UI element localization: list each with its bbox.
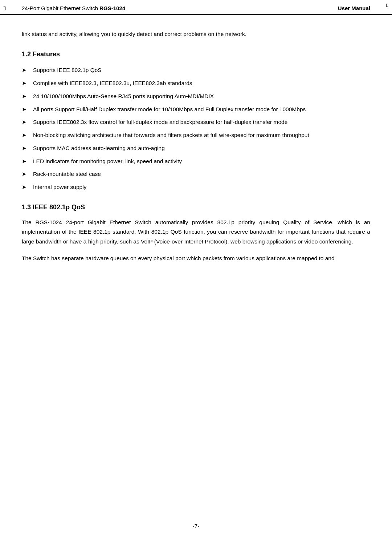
bullet-text-9: Internal power supply — [33, 182, 370, 192]
bullet-item-9: ➤Internal power supply — [22, 182, 370, 192]
bullet-arrow-6: ➤ — [22, 144, 26, 153]
bullet-arrow-1: ➤ — [22, 79, 26, 88]
section-qos-title: 1.3 IEEE 802.1p QoS — [22, 203, 370, 211]
header-bar: 24-Port Gigabit Ethernet Switch RGS-1024… — [0, 0, 392, 15]
header-left: 24-Port Gigabit Ethernet Switch RGS-1024 — [22, 5, 125, 11]
bullet-text-8: Rack-mountable steel case — [33, 169, 370, 179]
bullet-arrow-9: ➤ — [22, 183, 26, 192]
header-left-normal: 24-Port Gigabit Ethernet Switch — [22, 5, 99, 11]
bullet-text-3: All ports Support Full/Half Duplex trans… — [33, 105, 370, 114]
header-product-name: RGS-1024 — [99, 5, 125, 11]
page-number: -7- — [193, 523, 199, 529]
qos-paragraph2: The Switch has separate hardware queues … — [22, 254, 370, 263]
bullet-text-6: Supports MAC address auto-learning and a… — [33, 144, 370, 153]
bullet-item-4: ➤Supports IEEE802.3x flow control for fu… — [22, 117, 370, 127]
bullet-text-5: Non-blocking switching architecture that… — [33, 130, 370, 140]
content: link status and activity, allowing you t… — [0, 15, 392, 292]
bullet-arrow-3: ➤ — [22, 105, 26, 114]
bullet-item-8: ➤Rack-mountable steel case — [22, 169, 370, 179]
bullet-arrow-0: ➤ — [22, 66, 26, 75]
features-list: ➤Supports IEEE 802.1p QoS➤Complies with … — [22, 65, 370, 192]
section-features-title: 1.2 Features — [22, 51, 370, 58]
page: ┐ └ 24-Port Gigabit Ethernet Switch RGS-… — [0, 0, 392, 540]
bullet-arrow-4: ➤ — [22, 118, 26, 127]
bullet-arrow-2: ➤ — [22, 92, 26, 101]
qos-paragraph1: The RGS-1024 24-port Gigabit Ethernet Sw… — [22, 218, 370, 246]
bullet-item-5: ➤Non-blocking switching architecture tha… — [22, 130, 370, 140]
corner-mark-tl: ┐ — [4, 4, 7, 9]
bullet-arrow-8: ➤ — [22, 170, 26, 179]
bullet-text-2: 24 10/100/1000Mbps Auto-Sense RJ45 ports… — [33, 92, 370, 101]
bullet-arrow-5: ➤ — [22, 131, 26, 140]
header-right: User Manual — [338, 5, 370, 11]
bullet-text-1: Complies with IEEE802.3, IEEE802.3u, IEE… — [33, 78, 370, 88]
bullet-item-1: ➤Complies with IEEE802.3, IEEE802.3u, IE… — [22, 78, 370, 88]
bullet-arrow-7: ➤ — [22, 157, 26, 166]
bullet-text-7: LED indicators for monitoring power, lin… — [33, 157, 370, 166]
bullet-text-0: Supports IEEE 802.1p QoS — [33, 65, 370, 75]
bullet-item-0: ➤Supports IEEE 802.1p QoS — [22, 65, 370, 75]
bullet-item-7: ➤LED indicators for monitoring power, li… — [22, 157, 370, 166]
bullet-item-6: ➤Supports MAC address auto-learning and … — [22, 144, 370, 153]
corner-mark-tr: └ — [385, 4, 388, 9]
bullet-text-4: Supports IEEE802.3x flow control for ful… — [33, 117, 370, 127]
footer: -7- — [0, 523, 392, 529]
bullet-item-2: ➤24 10/100/1000Mbps Auto-Sense RJ45 port… — [22, 92, 370, 101]
bullet-item-3: ➤All ports Support Full/Half Duplex tran… — [22, 105, 370, 114]
intro-paragraph: link status and activity, allowing you t… — [22, 29, 370, 39]
